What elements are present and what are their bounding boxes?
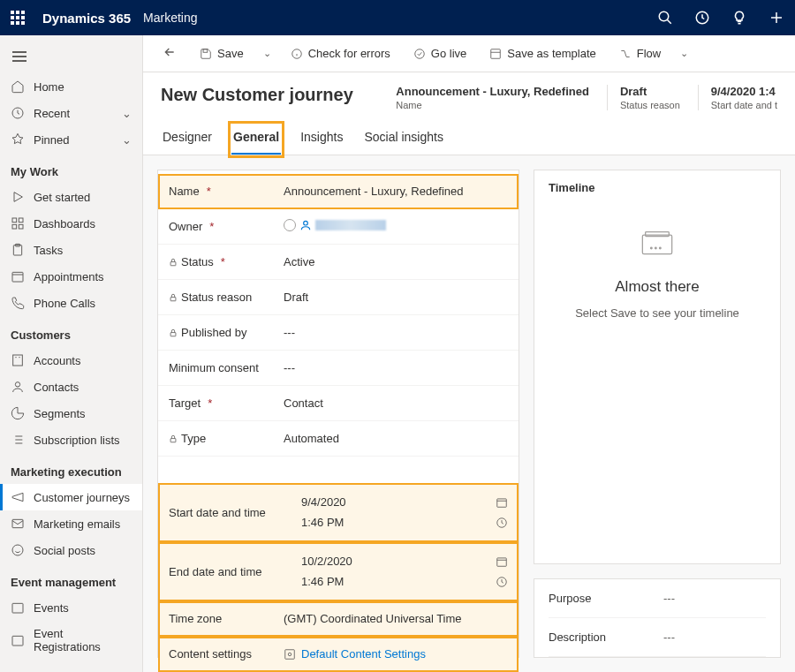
flow-button[interactable]: Flow [610, 42, 670, 65]
calendar-icon[interactable] [496, 555, 508, 568]
sidebar-item-regs[interactable]: Event Registrations [0, 621, 142, 660]
save-button[interactable]: Save [191, 42, 253, 65]
plus-icon[interactable] [768, 10, 784, 26]
svg-rect-46 [642, 235, 671, 254]
save-template-button[interactable]: Save as template [481, 42, 604, 65]
check-icon [413, 48, 426, 60]
field-publishedby[interactable]: Published by --- [158, 315, 519, 351]
svg-rect-35 [170, 297, 176, 300]
sidebar-item-appointments[interactable]: Appointments [0, 263, 142, 290]
command-bar: Save ⌄ Check for errors Go live Save as … [143, 35, 795, 72]
check-errors-button[interactable]: Check for errors [282, 42, 399, 65]
sidebar-item-contacts[interactable]: Contacts [0, 374, 142, 400]
owner-value-redacted [315, 220, 386, 230]
sidebar-item-getstarted[interactable]: Get started [0, 184, 142, 210]
segments-icon [11, 406, 25, 420]
sidebar-item-accounts[interactable]: Accounts [0, 347, 142, 374]
svg-rect-26 [203, 49, 208, 52]
svg-rect-34 [170, 261, 176, 265]
info-icon [291, 48, 303, 60]
building-icon [11, 353, 25, 367]
sidebar-item-sublists[interactable]: Subscription lists [0, 427, 142, 453]
svg-marker-6 [14, 193, 22, 202]
sidebar-item-emails[interactable]: Marketing emails [0, 510, 142, 537]
app-launcher-icon[interactable] [11, 11, 25, 25]
field-end[interactable]: End date and time 10/2/2020 1:46 PM [158, 542, 519, 601]
sidebar-item-events[interactable]: Events [0, 594, 142, 621]
header-date: 9/4/2020 1:4Start date and t [698, 85, 777, 110]
svg-rect-36 [170, 332, 176, 336]
svg-point-45 [288, 653, 292, 656]
sidebar-toggle-icon[interactable] [0, 42, 142, 73]
clock-icon [11, 106, 25, 120]
svg-rect-10 [19, 224, 23, 229]
svg-point-49 [655, 247, 657, 249]
svg-rect-9 [12, 224, 17, 229]
assistant-icon[interactable] [694, 10, 710, 26]
calendar-icon[interactable] [496, 496, 508, 509]
svg-rect-37 [170, 438, 176, 442]
sidebar-item-segments[interactable]: Segments [0, 400, 142, 427]
prop-description[interactable]: Description--- [549, 618, 766, 657]
golive-button[interactable]: Go live [405, 42, 475, 65]
calendar-icon [11, 600, 25, 615]
sidebar-item-recent[interactable]: Recent⌄ [0, 100, 142, 126]
flow-dropdown[interactable]: ⌄ [675, 42, 693, 64]
circle-icon [284, 219, 296, 231]
clock-icon[interactable] [496, 576, 508, 588]
svg-point-18 [15, 382, 19, 387]
sidebar-item-tasks[interactable]: Tasks [0, 237, 142, 263]
search-icon[interactable] [657, 10, 673, 26]
svg-point-33 [304, 221, 308, 225]
field-owner[interactable]: Owner* [158, 209, 519, 245]
svg-rect-31 [491, 49, 501, 58]
lock-icon [169, 293, 178, 302]
svg-rect-24 [12, 603, 23, 613]
module-label: Marketing [143, 11, 197, 25]
svg-rect-22 [12, 519, 23, 527]
pin-icon [11, 132, 25, 147]
back-button[interactable] [154, 40, 186, 67]
svg-rect-44 [285, 649, 295, 659]
lightbulb-icon[interactable] [731, 10, 747, 26]
field-contentsettings[interactable]: Content settings Default Content Setting… [158, 637, 519, 672]
home-icon [11, 79, 25, 94]
field-status[interactable]: Status* Active [158, 245, 519, 280]
megaphone-icon [11, 490, 25, 504]
svg-rect-13 [12, 272, 23, 282]
field-timezone[interactable]: Time zone (GMT) Coordinated Universal Ti… [158, 601, 519, 637]
field-type[interactable]: Type Automated [158, 421, 519, 457]
svg-rect-7 [12, 218, 17, 223]
clipboard-icon [11, 243, 25, 257]
sidebar-item-pinned[interactable]: Pinned⌄ [0, 126, 142, 153]
tab-social[interactable]: Social insights [362, 125, 445, 155]
sidebar-item-home[interactable]: Home [0, 73, 142, 100]
field-start[interactable]: Start date and time 9/4/2020 1:46 PM [158, 483, 519, 542]
dashboard-icon [11, 216, 25, 230]
field-consent[interactable]: Minimum consent --- [158, 351, 519, 386]
sidebar-item-phonecalls[interactable]: Phone Calls [0, 290, 142, 316]
calendar-icon [11, 633, 25, 647]
field-reason[interactable]: Status reason Draft [158, 280, 519, 315]
sidebar-item-journeys[interactable]: Customer journeys [0, 484, 142, 510]
field-target[interactable]: Target* Contact [158, 386, 519, 421]
chevron-down-icon: ⌄ [122, 107, 132, 120]
timeline-card: Timeline Almost there Select Save to see… [534, 170, 781, 564]
svg-rect-38 [497, 498, 507, 506]
prop-purpose[interactable]: Purpose--- [549, 579, 766, 618]
brand-label: Dynamics 365 [42, 11, 131, 26]
tab-general[interactable]: General [231, 125, 281, 155]
save-dropdown[interactable]: ⌄ [258, 42, 276, 64]
clock-icon[interactable] [496, 517, 508, 529]
header-name: Announcement - Luxury, RedefinedName [383, 85, 589, 110]
lock-icon [169, 258, 178, 267]
sidebar-item-dashboards[interactable]: Dashboards [0, 210, 142, 237]
tab-designer[interactable]: Designer [161, 125, 214, 155]
timeline-heading: Almost there [549, 278, 766, 296]
svg-rect-41 [497, 557, 507, 565]
sidebar-item-posts[interactable]: Social posts [0, 537, 142, 563]
field-name[interactable]: Name* Announcement - Luxury, Redefined [158, 174, 519, 209]
form-card: Name* Announcement - Luxury, Redefined O… [157, 170, 519, 658]
tab-insights[interactable]: Insights [299, 125, 344, 155]
person-icon [299, 219, 312, 231]
